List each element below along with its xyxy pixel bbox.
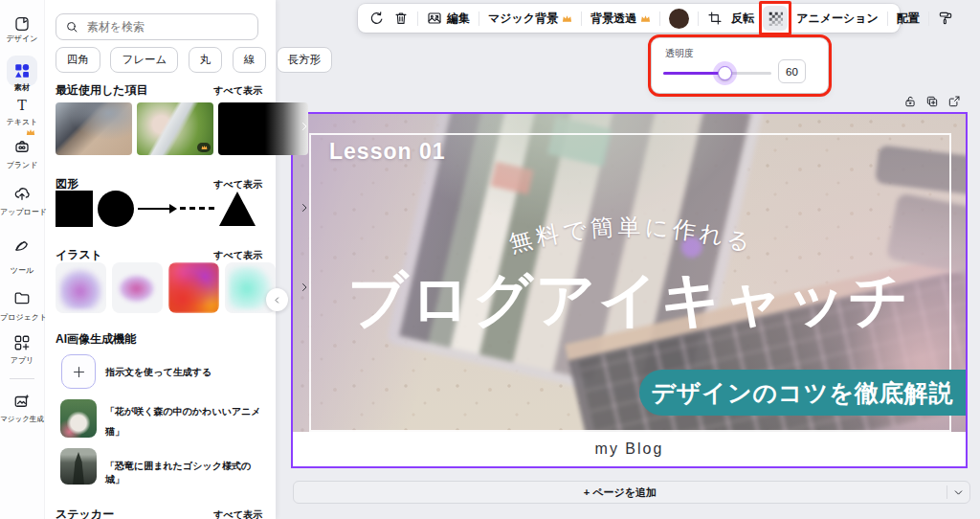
see-all-shapes[interactable]: すべて表示 [213, 178, 262, 192]
flip-button[interactable]: 反転 [731, 11, 754, 27]
apps-icon[interactable] [13, 334, 31, 351]
toolbar-separator [659, 11, 660, 26]
ai-prompt-thumbnail-castle[interactable] [60, 448, 97, 485]
brand-icon[interactable] [13, 138, 31, 155]
sidebar-item-brand[interactable]: ブランド [0, 160, 44, 170]
section-title-recent: 最近使用した項目 [56, 82, 148, 99]
plus-icon [72, 365, 86, 379]
crop-icon[interactable] [707, 11, 723, 26]
pro-badge [197, 143, 211, 152]
replace-icon[interactable] [368, 11, 385, 27]
background-remove-button[interactable]: 背景透過 [590, 11, 651, 27]
elements-icon[interactable] [13, 62, 31, 79]
transparency-button[interactable] [763, 6, 788, 31]
transparency-popup: 透明度 60 [652, 38, 828, 93]
animation-button[interactable]: アニメーション [796, 11, 879, 27]
sidebar-item-magic[interactable]: マジック生成 [0, 415, 44, 424]
magic-background-button[interactable]: マジック背景 [488, 11, 572, 27]
ai-generate-button[interactable] [61, 354, 96, 389]
ai-prompt-cat[interactable]: 「花が咲く森の中のかわいいアニメ猫」 [105, 402, 262, 441]
toolbar-separator [417, 11, 418, 26]
shape-triangle[interactable] [218, 191, 256, 227]
toolbar-separator [479, 11, 479, 26]
illustration-blob-pink[interactable] [112, 262, 163, 313]
pro-crown-icon [201, 145, 208, 150]
chip-circle[interactable]: 丸 [189, 47, 223, 73]
see-all-recent[interactable]: すべて表示 [213, 84, 262, 98]
pro-crown-icon [26, 128, 35, 136]
edit-image-button[interactable]: 編集 [427, 11, 470, 27]
recent-thumbnail-cable[interactable] [137, 102, 213, 155]
see-all-illustrations[interactable]: すべて表示 [213, 249, 262, 262]
toolbar-separator [698, 11, 699, 26]
sidebar-item-uploads[interactable]: アップロード [0, 207, 44, 217]
design-canvas-page[interactable]: Lesson 01 無料で簡単に作れる ブログアイキャッチ デザインのコツを徹底… [291, 112, 968, 468]
copy-style-icon[interactable] [938, 11, 953, 26]
transparency-value-input[interactable]: 60 [778, 59, 806, 83]
chevron-down-icon[interactable] [952, 486, 965, 499]
text-icon[interactable]: T [13, 97, 31, 114]
add-page-label[interactable]: + ページを追加 [294, 482, 947, 503]
pro-crown-icon [562, 14, 572, 23]
teal-badge[interactable]: デザインのコツを徹底解説 [639, 370, 966, 416]
transparency-checkerboard-icon [768, 11, 783, 26]
upload-icon[interactable] [13, 186, 31, 203]
rail-divider [10, 378, 34, 379]
design-icon[interactable] [13, 15, 31, 33]
shape-arrow[interactable] [137, 202, 177, 215]
illustration-blob-purple[interactable] [56, 262, 106, 313]
color-swatch[interactable] [669, 9, 689, 29]
chip-square[interactable]: 四角 [56, 47, 100, 73]
sidebar-item-design[interactable]: デザイン [0, 34, 44, 44]
context-toolbar: 編集 マジック背景 背景透過 反転 アニメーション 配置 [358, 4, 900, 33]
toolbar-separator [887, 11, 888, 26]
recent-thumbnail-laptop[interactable] [56, 102, 132, 155]
duplicate-page-icon[interactable] [925, 95, 939, 108]
svg-text:無料で簡単に作れる: 無料で簡単に作れる [506, 214, 757, 257]
delete-icon[interactable] [393, 11, 409, 26]
transparency-slider-thumb[interactable] [718, 66, 732, 80]
chip-frame[interactable]: フレーム [110, 47, 178, 73]
shape-filter-chips: 四角 フレーム 丸 線 長方形 [56, 47, 338, 73]
edit-image-icon [427, 11, 442, 26]
illustrations-scroll-right-icon[interactable] [299, 282, 310, 293]
sidebar-item-apps[interactable]: アプリ [0, 355, 44, 366]
search-box[interactable] [56, 13, 258, 40]
shape-square[interactable] [56, 191, 93, 227]
sidebar-item-tools[interactable]: ツール [0, 265, 44, 276]
shape-dashed-line[interactable] [180, 207, 214, 210]
section-title-ai: AI画像生成機能 [56, 331, 136, 348]
ai-prompt-castle[interactable]: 「恐竜に囲まれたゴシック様式の城」 [105, 460, 268, 486]
recent-thumbnail-gradient[interactable] [218, 102, 308, 155]
sidebar-item-text[interactable]: テキスト [0, 117, 44, 127]
toolbar-separator [581, 11, 582, 26]
shape-circle[interactable] [98, 191, 134, 227]
subtitle-arc-text[interactable]: 無料で簡単に作れる [480, 206, 783, 267]
add-page-button[interactable]: + ページを追加 [293, 481, 970, 504]
main-title[interactable]: ブログアイキャッチ [293, 270, 966, 329]
shapes-scroll-right-icon[interactable] [299, 202, 310, 214]
site-name[interactable]: my Blog [293, 432, 966, 466]
sidebar-rail: デザイン 素材 T テキスト ブランド アップロード ツール プロジェクト アプ… [0, 0, 45, 519]
ai-prompt-thumbnail-cat[interactable] [60, 399, 97, 438]
illustration-blob-vivid[interactable] [168, 262, 219, 313]
export-page-icon[interactable] [947, 95, 961, 108]
sidebar-item-projects[interactable]: プロジェクト [0, 312, 44, 323]
chevron-left-icon [273, 296, 281, 305]
see-all-stickers[interactable]: すべて表示 [213, 508, 262, 519]
page-controls [903, 95, 961, 108]
chip-line[interactable]: 線 [233, 47, 267, 73]
lesson-label[interactable]: Lesson 01 [329, 139, 446, 165]
recent-scroll-right-icon[interactable] [299, 121, 310, 132]
ai-generate-label[interactable]: 指示文を使って生成する [105, 366, 212, 379]
projects-icon[interactable] [13, 289, 31, 306]
chips-scroll-right-icon[interactable] [297, 53, 307, 63]
elements-panel: 四角 フレーム 丸 線 長方形 最近使用した項目 すべて表示 図形 すべて表示 … [44, 0, 276, 519]
tools-icon[interactable] [13, 236, 31, 253]
lock-open-icon[interactable] [903, 95, 917, 108]
panel-collapse-button[interactable] [266, 288, 288, 311]
sidebar-item-elements[interactable]: 素材 [0, 82, 44, 93]
magic-generate-icon[interactable] [13, 393, 31, 410]
search-input[interactable] [85, 19, 242, 34]
position-button[interactable]: 配置 [897, 11, 920, 27]
